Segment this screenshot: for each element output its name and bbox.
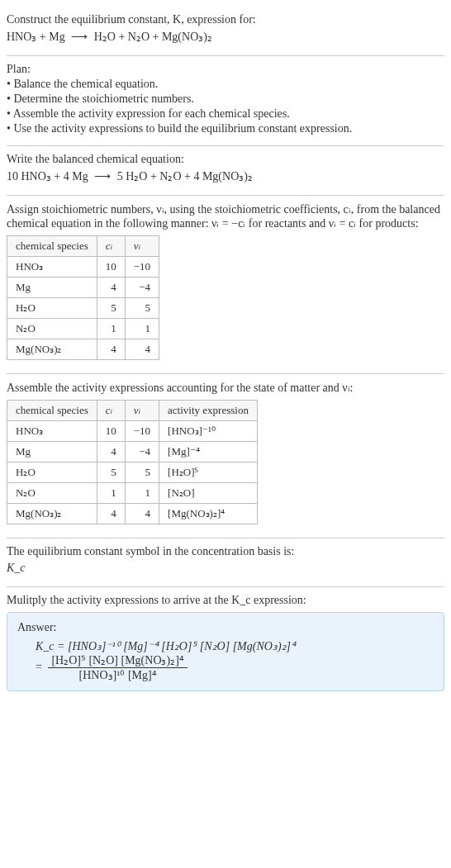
- activity-section: Assemble the activity expressions accoun…: [7, 374, 444, 538]
- col-expr: activity expression: [159, 401, 258, 421]
- col-v: νᵢ: [125, 236, 159, 257]
- balanced-section: Write the balanced chemical equation: 10…: [7, 146, 444, 196]
- kc-fraction-expression: = [H₂O]⁵ [N₂O] [Mg(NO₃)₂]⁴ [HNO₃]¹⁰ [Mg]…: [36, 653, 434, 682]
- kc-flat: K_c = [HNO₃]⁻¹⁰ [Mg]⁻⁴ [H₂O]⁵ [N₂O] [Mg(…: [36, 640, 296, 652]
- stoich-text: Assign stoichiometric numbers, νᵢ, using…: [7, 202, 444, 230]
- cell-v: −10: [125, 257, 159, 277]
- cell-expr: [Mg]⁻⁴: [159, 442, 258, 462]
- cell-v: 5: [125, 298, 159, 319]
- activity-table: chemical species cᵢ νᵢ activity expressi…: [7, 400, 258, 524]
- table-row: H₂O 5 5: [7, 298, 159, 319]
- unbalanced-equation: HNO₃ + Mg ⟶ H₂O + N₂O + Mg(NO₃)₂: [7, 30, 444, 44]
- cell-c: 4: [97, 339, 125, 360]
- arrow-icon: ⟶: [91, 170, 114, 183]
- plan-item: • Balance the chemical equation.: [7, 78, 444, 91]
- kc-symbol-section: The equilibrium constant symbol in the c…: [7, 538, 444, 587]
- cell-v: 4: [125, 339, 159, 360]
- activity-text: Assemble the activity expressions accoun…: [7, 381, 444, 395]
- cell-species: HNO₃: [7, 257, 97, 277]
- cell-species: HNO₃: [7, 421, 97, 442]
- balanced-lhs: 10 HNO₃ + 4 Mg: [7, 170, 88, 183]
- fraction-numerator: [H₂O]⁵ [N₂O] [Mg(NO₃)₂]⁴: [48, 653, 187, 668]
- cell-c: 1: [97, 483, 125, 504]
- fraction-denominator: [HNO₃]¹⁰ [Mg]⁴: [48, 668, 187, 682]
- cell-species: Mg(NO₃)₂: [7, 504, 97, 524]
- reaction-rhs: H₂O + N₂O + Mg(NO₃)₂: [94, 31, 212, 43]
- col-c-label: cᵢ: [106, 240, 112, 252]
- table-row: Mg 4 −4: [7, 277, 159, 298]
- cell-expr: [H₂O]⁵: [159, 462, 258, 483]
- balanced-rhs: 5 H₂O + N₂O + 4 Mg(NO₃)₂: [117, 170, 253, 183]
- cell-c: 10: [97, 257, 125, 277]
- cell-species: N₂O: [7, 319, 97, 339]
- col-c: cᵢ: [97, 401, 125, 421]
- cell-c: 1: [97, 319, 125, 339]
- cell-c: 4: [97, 277, 125, 298]
- cell-c: 4: [97, 442, 125, 462]
- table-header-row: chemical species cᵢ νᵢ: [7, 236, 159, 257]
- col-c: cᵢ: [97, 236, 125, 257]
- multiply-text: Mulitply the activity expressions to arr…: [7, 594, 444, 607]
- plan-section: Plan: • Balance the chemical equation. •…: [7, 56, 444, 146]
- problem-statement: Construct the equilibrium constant, K, e…: [7, 7, 444, 56]
- col-v-label: νᵢ: [134, 404, 140, 416]
- plan-item: • Use the activity expressions to build …: [7, 122, 444, 135]
- cell-expr: [N₂O]: [159, 483, 258, 504]
- plan-item: • Determine the stoichiometric numbers.: [7, 92, 444, 106]
- cell-expr: [Mg(NO₃)₂]⁴: [159, 504, 258, 524]
- cell-v: 4: [125, 504, 159, 524]
- kc-flat-expression: K_c = [HNO₃]⁻¹⁰ [Mg]⁻⁴ [H₂O]⁵ [N₂O] [Mg(…: [36, 639, 434, 653]
- intro-text: Construct the equilibrium constant, K, e…: [7, 13, 444, 26]
- cell-c: 4: [97, 504, 125, 524]
- balanced-equation: 10 HNO₃ + 4 Mg ⟶ 5 H₂O + N₂O + 4 Mg(NO₃)…: [7, 169, 444, 183]
- plan-title: Plan:: [7, 63, 444, 76]
- table-row: Mg 4 −4 [Mg]⁻⁴: [7, 442, 258, 462]
- answer-box: Answer: K_c = [HNO₃]⁻¹⁰ [Mg]⁻⁴ [H₂O]⁵ [N…: [7, 612, 444, 691]
- col-c-label: cᵢ: [106, 404, 112, 416]
- table-row: N₂O 1 1: [7, 319, 159, 339]
- col-species: chemical species: [7, 401, 97, 421]
- table-header-row: chemical species cᵢ νᵢ activity expressi…: [7, 401, 258, 421]
- cell-species: Mg(NO₃)₂: [7, 339, 97, 360]
- cell-species: H₂O: [7, 462, 97, 483]
- table-row: Mg(NO₃)₂ 4 4: [7, 339, 159, 360]
- table-row: N₂O 1 1 [N₂O]: [7, 483, 258, 504]
- cell-v: 1: [125, 319, 159, 339]
- cell-v: 1: [125, 483, 159, 504]
- kc-symbol: K_c: [7, 562, 444, 575]
- cell-v: −4: [125, 442, 159, 462]
- cell-v: −10: [125, 421, 159, 442]
- answer-label: Answer:: [17, 621, 434, 634]
- cell-v: 5: [125, 462, 159, 483]
- table-row: HNO₃ 10 −10 [HNO₃]⁻¹⁰: [7, 421, 258, 442]
- plan-item: • Assemble the activity expression for e…: [7, 107, 444, 121]
- balanced-title: Write the balanced chemical equation:: [7, 153, 444, 166]
- col-v-label: νᵢ: [134, 240, 140, 252]
- cell-v: −4: [125, 277, 159, 298]
- cell-species: N₂O: [7, 483, 97, 504]
- table-row: H₂O 5 5 [H₂O]⁵: [7, 462, 258, 483]
- cell-species: Mg: [7, 277, 97, 298]
- cell-c: 5: [97, 298, 125, 319]
- col-species: chemical species: [7, 236, 97, 257]
- cell-species: Mg: [7, 442, 97, 462]
- arrow-icon: ⟶: [68, 31, 91, 43]
- col-v: νᵢ: [125, 401, 159, 421]
- table-row: HNO₃ 10 −10: [7, 257, 159, 277]
- fraction: [H₂O]⁵ [N₂O] [Mg(NO₃)₂]⁴ [HNO₃]¹⁰ [Mg]⁴: [48, 653, 187, 682]
- stoich-section: Assign stoichiometric numbers, νᵢ, using…: [7, 196, 444, 374]
- table-row: Mg(NO₃)₂ 4 4 [Mg(NO₃)₂]⁴: [7, 504, 258, 524]
- answer-section: Mulitply the activity expressions to arr…: [7, 587, 444, 700]
- reaction-lhs: HNO₃ + Mg: [7, 31, 65, 43]
- cell-expr: [HNO₃]⁻¹⁰: [159, 421, 258, 442]
- cell-c: 10: [97, 421, 125, 442]
- cell-species: H₂O: [7, 298, 97, 319]
- kc-symbol-text: The equilibrium constant symbol in the c…: [7, 545, 444, 558]
- stoich-table: chemical species cᵢ νᵢ HNO₃ 10 −10 Mg 4 …: [7, 235, 159, 360]
- cell-c: 5: [97, 462, 125, 483]
- equals-sign: =: [36, 661, 42, 673]
